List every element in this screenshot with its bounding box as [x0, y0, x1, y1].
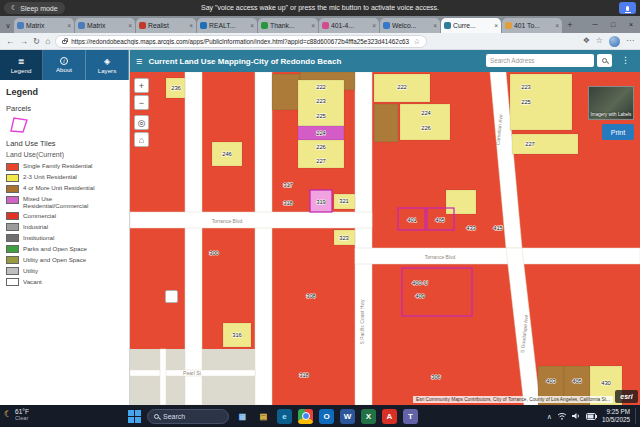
tab-favicon: [322, 22, 329, 29]
legend-item-label: Institutional: [23, 234, 115, 241]
legend-list: Single Family Residential2-3 Unit Reside…: [6, 162, 123, 286]
browser-tab[interactable]: 401-4...×: [319, 18, 379, 33]
mic-button[interactable]: [619, 2, 636, 14]
word-icon[interactable]: W: [340, 409, 355, 424]
parcel-number-label: 323: [339, 235, 349, 241]
map-street: [355, 248, 640, 264]
close-button[interactable]: ×: [622, 16, 640, 33]
parcel-number-label: 227: [525, 141, 535, 147]
legend-item: Commercial: [6, 212, 123, 221]
tab-favicon: [78, 22, 85, 29]
zoom-out-button[interactable]: −: [134, 95, 149, 110]
basemap-toggle[interactable]: Imagery with Labels: [588, 86, 634, 120]
legend-swatch: [6, 196, 19, 204]
home-icon[interactable]: ⌂: [45, 37, 50, 46]
tray-chevron-icon[interactable]: ∧: [547, 413, 552, 420]
map-parcel: [510, 74, 572, 130]
tab-title: REALT...: [209, 22, 248, 29]
sleep-mode-button[interactable]: ☾ Sleep mode: [4, 2, 65, 14]
panel-tabs: ≣LegendiAbout◈Layers: [0, 50, 129, 80]
taskbar-search[interactable]: Search: [147, 409, 229, 424]
favorite-star-icon[interactable]: ☆: [414, 37, 421, 46]
print-button[interactable]: Print: [602, 124, 634, 140]
panel-tab-label: Legend: [11, 67, 32, 74]
taskbar-weather[interactable]: ☾ 61°F Clear: [4, 408, 29, 422]
parcel-number-label: 318: [283, 200, 293, 206]
profile-avatar[interactable]: [609, 36, 620, 47]
locate-button[interactable]: ◎: [134, 115, 149, 130]
tab-close-icon[interactable]: ×: [372, 22, 376, 29]
home-extent-button[interactable]: ⌂: [134, 132, 149, 147]
excel-icon[interactable]: X: [361, 409, 376, 424]
minimize-button[interactable]: ─: [586, 16, 604, 33]
new-tab-button[interactable]: +: [563, 18, 577, 33]
browser-tab[interactable]: Matrix×: [14, 18, 74, 33]
start-button[interactable]: [128, 410, 141, 423]
chrome-icon[interactable]: [298, 409, 313, 424]
browser-tab[interactable]: Curre...×: [441, 18, 501, 33]
tab-close-icon[interactable]: ×: [189, 22, 193, 29]
panel-tab-layers[interactable]: ◈Layers: [86, 50, 129, 80]
taskbar-clock[interactable]: 9:25 PM 10/5/2025: [602, 408, 630, 424]
parcel-number-label: 415: [493, 225, 503, 231]
tab-title: Matrix: [26, 22, 65, 29]
task-view-icon[interactable]: ▦: [235, 409, 250, 424]
tab-close-icon[interactable]: ×: [555, 22, 559, 29]
maximize-button[interactable]: □: [604, 16, 622, 33]
edge-icon[interactable]: e: [277, 409, 292, 424]
url-field[interactable]: https://redondobeachgis.maps.arcgis.com/…: [55, 35, 427, 48]
clock-time: 9:25 PM: [607, 408, 630, 415]
extensions-icon[interactable]: ❖: [583, 37, 590, 45]
tab-close-icon[interactable]: ×: [494, 22, 498, 29]
battery-icon[interactable]: [586, 413, 597, 420]
browser-tab[interactable]: 401 To...×: [502, 18, 562, 33]
tab-search-icon[interactable]: ∨: [2, 18, 14, 33]
legend-item: Vacant: [6, 278, 123, 287]
url-text[interactable]: https://redondobeachgis.maps.arcgis.com/…: [71, 38, 409, 45]
map-widget-button[interactable]: [165, 290, 178, 303]
parcel-number-label: 227: [316, 158, 326, 164]
volume-icon[interactable]: [572, 412, 581, 420]
tab-close-icon[interactable]: ×: [311, 22, 315, 29]
acrobat-icon[interactable]: A: [382, 409, 397, 424]
tab-title: 401 To...: [514, 22, 553, 29]
hamburger-menu-icon[interactable]: ≡: [136, 56, 142, 67]
map-canvas[interactable]: Torrance BlvdTorrance BlvdS Pacific Coas…: [130, 72, 640, 405]
legend-item: Parks and Open Space: [6, 245, 123, 254]
legend-title: Legend: [6, 87, 123, 97]
refresh-icon[interactable]: ↻: [33, 37, 40, 46]
tab-close-icon[interactable]: ×: [250, 22, 254, 29]
wifi-icon[interactable]: [557, 412, 567, 420]
map-container: Torrance BlvdTorrance BlvdS Pacific Coas…: [130, 72, 640, 405]
address-search-button[interactable]: [597, 54, 612, 67]
forward-icon[interactable]: →: [20, 37, 29, 46]
zoom-in-button[interactable]: +: [134, 78, 149, 93]
parcel-number-label: 321: [339, 198, 349, 204]
legend-item-label: Commercial: [23, 212, 115, 219]
address-search-input[interactable]: [486, 54, 594, 67]
panel-tab-legend[interactable]: ≣Legend: [0, 50, 43, 80]
browser-tab[interactable]: Welco...×: [380, 18, 440, 33]
browser-tab[interactable]: Realist×: [136, 18, 196, 33]
tab-close-icon[interactable]: ×: [128, 22, 132, 29]
tab-close-icon[interactable]: ×: [433, 22, 437, 29]
street-label: Pearl St: [183, 370, 201, 376]
header-overflow-icon[interactable]: ⋮: [621, 56, 630, 65]
back-icon[interactable]: ←: [6, 37, 15, 46]
outlook-icon[interactable]: O: [319, 409, 334, 424]
tab-close-icon[interactable]: ×: [67, 22, 71, 29]
file-explorer-icon[interactable]: ▤: [256, 409, 271, 424]
sleep-mode-label: Sleep mode: [20, 5, 57, 12]
browser-menu-icon[interactable]: ⋯: [626, 37, 634, 45]
system-tray: ∧ 9:25 PM 10/5/2025: [547, 405, 637, 427]
clock-date: 10/5/2025: [602, 416, 630, 423]
browser-tab[interactable]: REALT...×: [197, 18, 257, 33]
legend-item-label: Single Family Residential: [23, 162, 115, 169]
browser-tab[interactable]: Matrix×: [75, 18, 135, 33]
show-desktop-button[interactable]: [635, 408, 637, 424]
favorites-icon[interactable]: ☆: [596, 37, 603, 45]
panel-tab-about[interactable]: iAbout: [43, 50, 86, 80]
teams-icon[interactable]: T: [403, 409, 418, 424]
browser-tab[interactable]: Thank...×: [258, 18, 318, 33]
parcel-number-label: 223: [316, 98, 326, 104]
